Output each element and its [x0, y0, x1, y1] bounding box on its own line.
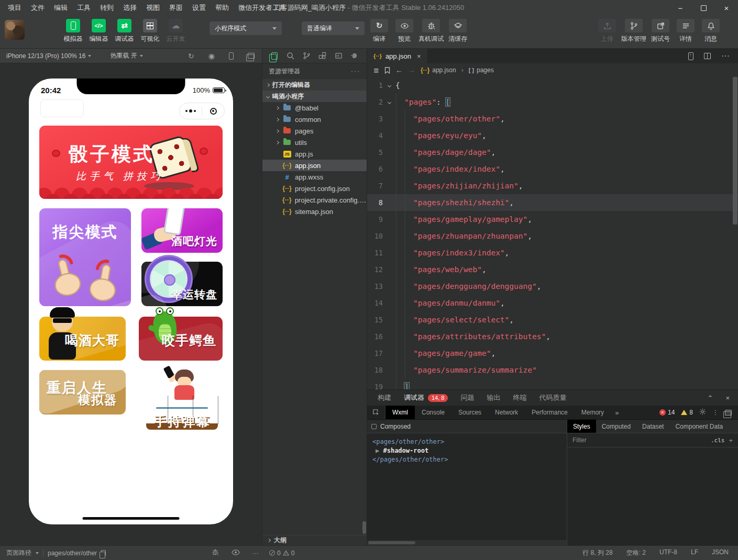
close-target-icon[interactable] [202, 108, 224, 115]
tree-item-project.config.json[interactable]: {··}project.config.json [262, 183, 367, 194]
wechat-capsule-menu[interactable] [179, 103, 225, 119]
project-root-section[interactable]: 喝酒小程序 [262, 91, 367, 102]
error-count[interactable]: ×14 [659, 409, 675, 416]
source-control-icon[interactable] [299, 52, 315, 60]
rotate-icon[interactable]: ↻ [188, 52, 194, 60]
cursor-position[interactable]: 行 8, 列 28 [582, 548, 612, 557]
multi-window-icon[interactable] [248, 53, 255, 59]
explorer-more-icon[interactable]: ··· [351, 68, 360, 75]
user-avatar[interactable] [5, 20, 25, 40]
devtools-settings-icon[interactable] [699, 408, 706, 417]
menu-item[interactable]: 文件 [26, 0, 49, 16]
code-line-14[interactable]: 14"pages/danmu/danmu", [367, 295, 738, 311]
tree-item-sitemap.json[interactable]: {··}sitemap.json [262, 206, 367, 217]
menu-item[interactable]: 项目 [3, 0, 26, 16]
panel-tab-构建[interactable]: 构建 [378, 393, 391, 402]
list-icon[interactable]: ≣ [373, 66, 379, 74]
toolbar-button-swap[interactable]: ⇄调试器 [112, 19, 137, 43]
panel-tab-终端[interactable]: 终端 [513, 393, 526, 402]
device-selector[interactable]: iPhone 12/13 (Pro) 100% 16 [6, 52, 91, 60]
menu-item[interactable]: 编辑 [49, 0, 72, 16]
menu-item[interactable]: 选择 [118, 0, 141, 16]
devtools-tab-Performance[interactable]: Performance [525, 406, 575, 419]
explorer-files-icon[interactable] [267, 52, 283, 60]
toolbar-button-cloud[interactable]: ☁云开发 [163, 19, 189, 43]
toolbar-button-lines[interactable]: 详情 [673, 19, 698, 43]
styles-tab-Component-Data[interactable]: Component Data [669, 420, 729, 433]
code-line-9[interactable]: 9"pages/gameplay/gameplay", [367, 211, 738, 228]
code-line-7[interactable]: 7"pages/zhijian/zhijian", [367, 177, 738, 194]
cls-button[interactable]: .cls [711, 437, 725, 444]
code-line-2[interactable]: 2"pages": [ [367, 94, 738, 110]
styles-tab-Computed[interactable]: Computed [596, 420, 636, 433]
tree-item-utils[interactable]: utils [262, 137, 367, 148]
extensions-icon[interactable] [315, 52, 331, 60]
statusbar-more-icon[interactable]: ··· [252, 550, 259, 557]
language-mode[interactable]: JSON [712, 548, 729, 557]
statusbar-bug-icon[interactable] [212, 548, 219, 557]
styles-tab-Styles[interactable]: Styles [567, 420, 596, 433]
code-line-6[interactable]: 6"pages/index/index", [367, 161, 738, 177]
tile-restart-life[interactable]: 重启人生 模拟器 [39, 370, 126, 415]
toolbar-button-bell[interactable]: 消息 [698, 19, 723, 43]
tile-bar-light[interactable]: 酒吧灯光 [141, 208, 223, 253]
code-line-16[interactable]: 16"pages/attributes/attributes", [367, 328, 738, 345]
more-tabs-icon[interactable]: » [611, 406, 623, 419]
tree-item-app.js[interactable]: JSapp.js [262, 148, 367, 160]
menu-item[interactable]: 设置 [188, 0, 211, 16]
code-line-4[interactable]: 4"pages/eyu/eyu", [367, 127, 738, 144]
problems-indicator[interactable]: 0 0 [269, 550, 294, 557]
device-frame-icon[interactable] [229, 52, 234, 60]
menu-item[interactable]: 工具 [72, 0, 95, 16]
warning-count[interactable]: 8 [681, 409, 693, 416]
page-path-label[interactable]: 页面路径 [6, 548, 31, 557]
editor-more-icon[interactable]: ··· [721, 51, 730, 61]
code-line-19[interactable]: 19] [367, 378, 738, 389]
wxml-node[interactable]: <pages/other/other> [372, 438, 567, 446]
tree-item-pages[interactable]: pages [262, 125, 367, 137]
inspect-element-icon[interactable] [367, 406, 385, 419]
devtools-tab-Memory[interactable]: Memory [575, 406, 611, 419]
panel-tab-调试器[interactable]: 调试器14, 8 [404, 393, 448, 402]
collapse-panel-icon[interactable]: ⌃ [708, 394, 713, 402]
code-line-18[interactable]: 18"pages/summarize/summarize" [367, 362, 738, 378]
indent-setting[interactable]: 空格: 2 [626, 548, 646, 557]
plugin-hand-icon[interactable] [347, 52, 363, 60]
breadcrumb-file[interactable]: {··} app.json [421, 66, 456, 74]
toolbar-button-grid[interactable]: 可视化 [137, 19, 163, 43]
undock-icon[interactable] [725, 410, 732, 416]
devtools-menu-icon[interactable]: ⋮ [712, 409, 719, 416]
tab-app-json[interactable]: {··} app.json × [367, 49, 428, 63]
npm-icon[interactable] [331, 52, 347, 60]
minimize-button[interactable]: − [669, 0, 692, 16]
tree-item-app.wxss[interactable]: #app.wxss [262, 171, 367, 183]
copy-path-icon[interactable] [101, 550, 106, 556]
statusbar-eye-icon[interactable] [232, 550, 240, 557]
tile-fingertip-mode[interactable]: 指尖模式 [39, 208, 131, 306]
open-editors-section[interactable]: 打开的编辑器 [262, 79, 367, 91]
menu-item[interactable]: 视图 [141, 0, 164, 16]
editor-scrollbar[interactable] [733, 77, 737, 225]
panel-tab-问题[interactable]: 问题 [460, 393, 474, 402]
tree-item-app.json[interactable]: {··}app.json [262, 160, 367, 171]
toolbar-button-upload[interactable]: 上传 [594, 19, 620, 43]
code-line-13[interactable]: 13"pages/dengguang/dengguang", [367, 278, 738, 295]
devtools-tab-Wxml[interactable]: Wxml [385, 406, 415, 419]
back-icon[interactable]: ← [395, 66, 403, 74]
encoding-setting[interactable]: UTF-8 [659, 548, 677, 557]
hot-reload-toggle[interactable]: 热重载 开 [110, 51, 142, 60]
tile-biting-crocodile[interactable]: 咬手鳄鱼 [139, 317, 223, 361]
toolbar-button-refresh[interactable]: ↻编译 [367, 19, 392, 43]
code-line-11[interactable]: 11"pages/index3/index", [367, 244, 738, 261]
more-dots-icon[interactable] [180, 109, 202, 113]
menu-item[interactable]: 帮助 [211, 0, 234, 16]
code-line-5[interactable]: 5"pages/dage/dage", [367, 144, 738, 161]
toolbar-button-layers[interactable]: 清缓存 [445, 19, 470, 43]
explorer-scrollbar[interactable] [362, 521, 366, 534]
search-icon[interactable] [283, 52, 299, 60]
eol-setting[interactable]: LF [691, 548, 698, 557]
styles-tab-Dataset[interactable]: Dataset [636, 420, 669, 433]
tile-dice-mode[interactable]: 骰子模式 比手气 拼技巧 [39, 126, 223, 199]
maximize-button[interactable] [692, 0, 715, 16]
tile-drinking-bro[interactable]: 喝酒大哥 [39, 317, 126, 361]
